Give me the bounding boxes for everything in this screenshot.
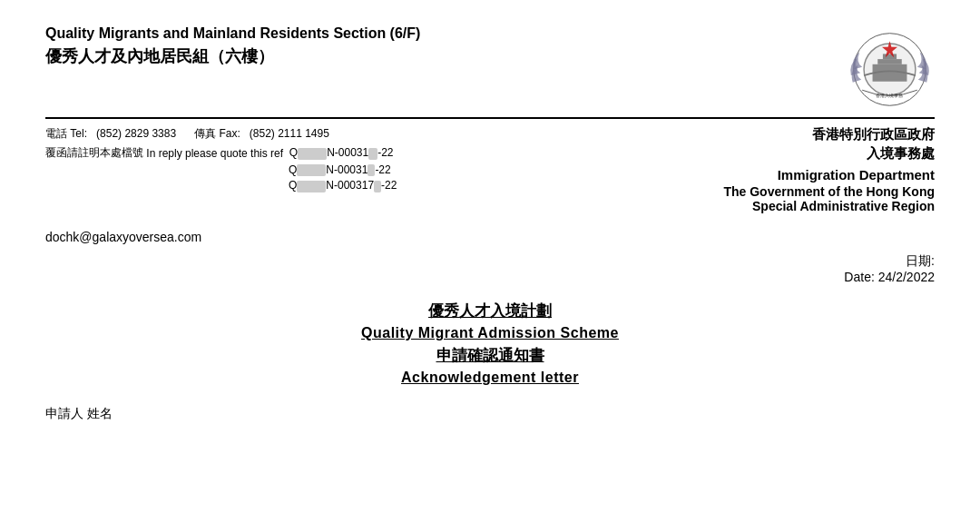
title-zh-main: 優秀人才入境計劃 (45, 301, 935, 321)
ref-label-zh: 覆函請註明本處檔號 (45, 145, 143, 161)
svg-text:香港入境事務: 香港入境事務 (876, 92, 903, 97)
ref-row-3: QN-000317-22 (289, 179, 705, 192)
header-section: Quality Migrants and Mainland Residents … (45, 25, 935, 112)
tel-value: (852) 2829 3383 (96, 127, 176, 140)
date-en: Date: 24/2/2022 (45, 270, 935, 284)
fax-label: 傳真 Fax: (194, 127, 240, 140)
email-section: dochk@galaxyoversea.com (45, 230, 935, 244)
tel-label: 電話 Tel: (45, 127, 87, 140)
applicant-section: 申請人 姓名 (45, 406, 935, 422)
date-zh: 日期: (45, 253, 935, 270)
email-address: dochk@galaxyoversea.com (45, 230, 201, 244)
info-left: 電話 Tel: (852) 2829 3383 傳真 Fax: (852) 21… (45, 126, 705, 195)
svg-rect-4 (882, 54, 896, 59)
dept-en-line1: Immigration Department (723, 167, 935, 183)
applicant-label: 申請人 姓名 (45, 406, 113, 420)
svg-rect-3 (877, 59, 902, 64)
page-container: Quality Migrants and Mainland Residents … (0, 0, 980, 513)
info-section: 電話 Tel: (852) 2829 3383 傳真 Fax: (852) 21… (45, 126, 935, 213)
ref-row-2: QN-00031-22 (289, 163, 705, 176)
ref-row-1: 覆函請註明本處檔號 In reply please quote this ref… (45, 145, 705, 161)
govt-en-line2: The Government of the Hong Kong (723, 184, 935, 199)
info-right: 香港特別行政區政府 入境事務處 Immigration Department T… (705, 126, 935, 213)
header-left: Quality Migrants and Mainland Residents … (45, 25, 844, 67)
title-en-sub: Acknowledgement letter (45, 370, 935, 386)
ref-value-3: QN-000317-22 (289, 179, 397, 192)
ref-value-1: QN-00031-22 (289, 146, 394, 159)
divider-line (45, 117, 935, 119)
dept-name-en: Quality Migrants and Mainland Residents … (45, 25, 844, 42)
hksar-zh-line1: 香港特別行政區政府 (723, 126, 935, 143)
hksar-zh-line2: 入境事務處 (723, 145, 935, 163)
date-section: 日期: Date: 24/2/2022 (45, 253, 935, 284)
ref-value-2: QN-00031-22 (289, 163, 391, 176)
ref-label-en: In reply please quote this ref (146, 147, 283, 160)
dept-name-zh: 優秀人才及內地居民組（六樓） (45, 45, 844, 67)
title-en-main: Quality Migrant Admission Scheme (45, 325, 935, 341)
contact-row: 電話 Tel: (852) 2829 3383 傳真 Fax: (852) 21… (45, 126, 705, 142)
govt-en-line3: Special Administrative Region (723, 199, 935, 213)
title-zh-sub: 申請確認通知書 (45, 345, 935, 366)
fax-value: (852) 2111 1495 (250, 127, 329, 140)
title-section: 優秀人才入境計劃 Quality Migrant Admission Schem… (45, 301, 935, 386)
hk-emblem-icon: 香港入境事務 (847, 28, 933, 110)
logo-area: 香港入境事務 (844, 25, 935, 112)
